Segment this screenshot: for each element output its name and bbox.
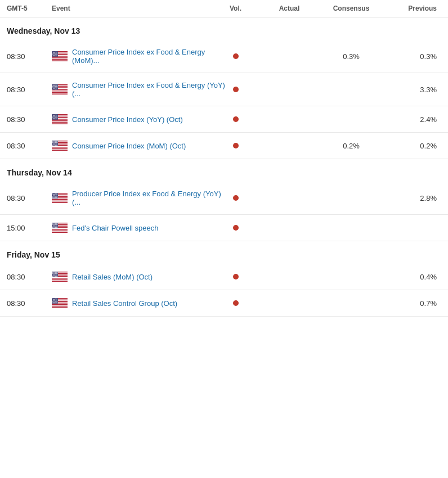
svg-point-155 bbox=[54, 119, 55, 119]
svg-rect-166 bbox=[52, 146, 68, 147]
svg-point-137 bbox=[53, 116, 53, 117]
svg-point-283 bbox=[56, 223, 57, 224]
svg-point-82 bbox=[56, 86, 57, 87]
svg-point-52 bbox=[57, 56, 58, 56]
svg-rect-115 bbox=[52, 121, 68, 121]
svg-point-311 bbox=[57, 227, 57, 227]
svg-rect-12 bbox=[52, 61, 68, 61]
table-row[interactable]: 08:30 bbox=[0, 40, 448, 73]
svg-point-189 bbox=[57, 142, 58, 143]
svg-point-388 bbox=[55, 299, 56, 299]
consensus-value: 0.3% bbox=[317, 52, 385, 61]
svg-point-26 bbox=[53, 53, 54, 53]
event-name[interactable]: Consumer Price Index (YoY) (Oct) bbox=[72, 115, 183, 124]
svg-rect-117 bbox=[52, 123, 68, 123]
event-cell: Retail Sales (MoM) (Oct) bbox=[52, 272, 227, 282]
svg-point-415 bbox=[55, 302, 55, 303]
table-row[interactable]: 08:30 bbox=[0, 182, 448, 215]
vol-cell bbox=[227, 274, 261, 279]
svg-point-83 bbox=[57, 86, 58, 87]
svg-point-92 bbox=[55, 88, 56, 88]
vol-dot-icon bbox=[233, 274, 239, 279]
event-cell: Producer Price Index ex Food & Energy (Y… bbox=[52, 190, 227, 206]
svg-point-77 bbox=[57, 85, 57, 86]
svg-rect-329 bbox=[52, 280, 68, 281]
svg-point-414 bbox=[54, 302, 55, 303]
svg-point-90 bbox=[53, 88, 54, 88]
us-flag-icon bbox=[52, 51, 68, 61]
table-row[interactable]: 08:30 bbox=[0, 133, 448, 159]
event-time: 08:30 bbox=[7, 115, 52, 124]
event-name[interactable]: Consumer Price Index ex Food & Energy (Y… bbox=[72, 81, 227, 98]
svg-point-423 bbox=[57, 303, 58, 303]
svg-point-342 bbox=[57, 273, 57, 273]
svg-point-280 bbox=[53, 223, 54, 224]
svg-point-239 bbox=[54, 195, 55, 195]
svg-point-27 bbox=[54, 53, 55, 53]
svg-point-254 bbox=[53, 197, 53, 197]
svg-point-312 bbox=[52, 227, 53, 228]
svg-rect-116 bbox=[52, 122, 68, 123]
svg-point-300 bbox=[57, 225, 57, 226]
svg-point-91 bbox=[54, 88, 55, 88]
event-name[interactable]: Retail Sales (MoM) (Oct) bbox=[72, 273, 153, 281]
svg-point-67 bbox=[52, 85, 53, 85]
event-name[interactable]: Consumer Price Index (MoM) (Oct) bbox=[72, 142, 186, 150]
svg-point-75 bbox=[55, 85, 55, 86]
svg-point-386 bbox=[53, 299, 54, 299]
vol-cell bbox=[227, 195, 261, 201]
svg-point-140 bbox=[56, 116, 56, 117]
svg-point-210 bbox=[56, 145, 57, 146]
svg-point-182 bbox=[56, 142, 56, 142]
table-row[interactable]: 08:30 bbox=[0, 264, 448, 290]
svg-point-132 bbox=[53, 116, 54, 116]
svg-rect-64 bbox=[52, 93, 68, 93]
svg-point-348 bbox=[57, 273, 58, 274]
svg-point-86 bbox=[55, 87, 55, 87]
svg-point-191 bbox=[54, 143, 55, 143]
svg-point-252 bbox=[56, 196, 57, 197]
svg-rect-222 bbox=[52, 201, 68, 201]
svg-point-358 bbox=[56, 275, 57, 276]
event-time: 15:00 bbox=[7, 224, 52, 232]
svg-point-231 bbox=[57, 193, 58, 194]
svg-point-80 bbox=[54, 86, 55, 87]
svg-point-370 bbox=[57, 276, 58, 277]
us-flag-icon bbox=[52, 223, 68, 233]
event-name[interactable]: Retail Sales Control Group (Oct) bbox=[72, 299, 177, 308]
event-time: 08:30 bbox=[7, 142, 52, 150]
table-row[interactable]: 15:00 bbox=[0, 215, 448, 241]
svg-point-200 bbox=[57, 144, 58, 145]
svg-point-204 bbox=[56, 145, 56, 145]
svg-rect-169 bbox=[52, 148, 68, 149]
svg-point-104 bbox=[56, 89, 57, 89]
vol-dot-icon bbox=[233, 143, 239, 148]
table-row[interactable]: 08:30 bbox=[0, 290, 448, 317]
svg-point-367 bbox=[54, 276, 55, 277]
event-name[interactable]: Consumer Price Index ex Food & Energy (M… bbox=[72, 48, 227, 65]
svg-point-123 bbox=[55, 115, 56, 115]
svg-point-127 bbox=[54, 115, 55, 116]
event-name[interactable]: Producer Price Index ex Food & Energy (Y… bbox=[72, 190, 227, 206]
svg-point-70 bbox=[55, 85, 56, 85]
svg-point-176 bbox=[55, 141, 56, 142]
vol-cell bbox=[227, 53, 261, 59]
svg-point-196 bbox=[53, 144, 54, 145]
svg-point-203 bbox=[55, 145, 55, 145]
svg-point-35 bbox=[57, 53, 57, 54]
svg-point-50 bbox=[55, 56, 56, 56]
svg-point-96 bbox=[54, 88, 55, 89]
svg-point-101 bbox=[53, 89, 54, 89]
svg-point-129 bbox=[56, 115, 56, 116]
svg-point-152 bbox=[57, 118, 57, 119]
svg-point-181 bbox=[55, 142, 55, 142]
previous-value: 0.2% bbox=[385, 142, 441, 150]
table-row[interactable]: 08:30 bbox=[0, 106, 448, 133]
header-consensus: Consensus bbox=[317, 4, 385, 12]
table-row[interactable]: 08:30 bbox=[0, 73, 448, 106]
svg-rect-61 bbox=[52, 91, 68, 91]
svg-point-39 bbox=[55, 55, 56, 55]
us-flag-icon bbox=[52, 193, 68, 203]
event-name[interactable]: Fed's Chair Powell speech bbox=[72, 224, 159, 232]
svg-point-17 bbox=[55, 52, 56, 52]
